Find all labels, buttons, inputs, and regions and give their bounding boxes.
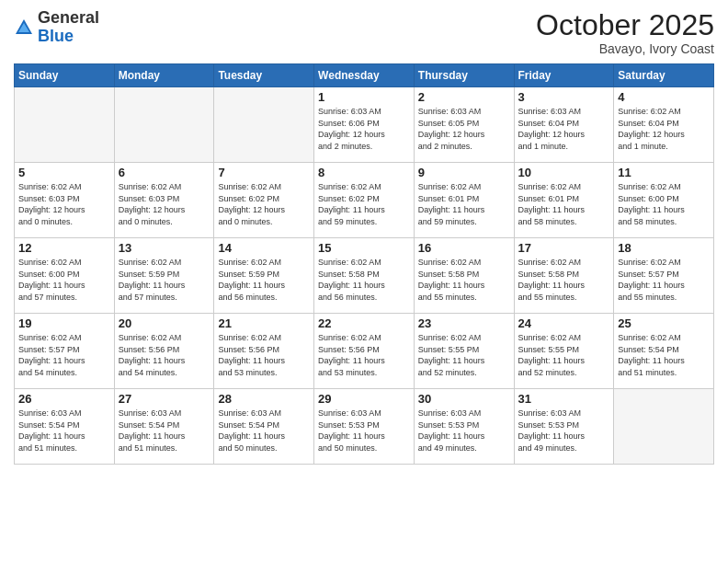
day-info: Sunrise: 6:02 AM Sunset: 6:03 PM Dayligh…	[119, 181, 210, 227]
day-number: 24	[518, 316, 610, 330]
day-info: Sunrise: 6:03 AM Sunset: 5:53 PM Dayligh…	[318, 408, 410, 454]
day-info: Sunrise: 6:03 AM Sunset: 5:53 PM Dayligh…	[418, 408, 510, 454]
page: General Blue October 2025 Bavayo, Ivory …	[0, 0, 728, 563]
day-info: Sunrise: 6:02 AM Sunset: 5:56 PM Dayligh…	[119, 332, 210, 378]
day-number: 29	[318, 392, 410, 406]
calendar-cell: 29Sunrise: 6:03 AM Sunset: 5:53 PM Dayli…	[314, 389, 415, 465]
day-number: 20	[119, 316, 210, 330]
day-info: Sunrise: 6:02 AM Sunset: 5:58 PM Dayligh…	[518, 257, 610, 303]
col-wednesday: Wednesday	[314, 64, 415, 87]
day-info: Sunrise: 6:03 AM Sunset: 5:53 PM Dayligh…	[518, 408, 610, 454]
header: General Blue October 2025 Bavayo, Ivory …	[14, 9, 714, 56]
day-info: Sunrise: 6:03 AM Sunset: 6:04 PM Dayligh…	[518, 106, 610, 152]
calendar-cell: 25Sunrise: 6:02 AM Sunset: 5:54 PM Dayli…	[614, 314, 714, 389]
calendar-cell: 24Sunrise: 6:02 AM Sunset: 5:55 PM Dayli…	[514, 314, 614, 389]
day-info: Sunrise: 6:02 AM Sunset: 6:01 PM Dayligh…	[418, 181, 510, 227]
calendar-cell: 4Sunrise: 6:02 AM Sunset: 6:04 PM Daylig…	[614, 87, 714, 163]
day-number: 19	[18, 316, 110, 330]
calendar-cell: 14Sunrise: 6:02 AM Sunset: 5:59 PM Dayli…	[214, 238, 314, 314]
calendar-cell: 30Sunrise: 6:03 AM Sunset: 5:53 PM Dayli…	[414, 389, 514, 465]
day-number: 6	[119, 166, 210, 179]
day-number: 21	[218, 316, 310, 330]
calendar-cell: 3Sunrise: 6:03 AM Sunset: 6:04 PM Daylig…	[514, 87, 614, 163]
day-number: 28	[218, 392, 310, 406]
day-number: 2	[418, 90, 510, 104]
day-info: Sunrise: 6:02 AM Sunset: 5:54 PM Dayligh…	[618, 332, 710, 378]
col-friday: Friday	[514, 64, 614, 87]
day-number: 7	[218, 166, 310, 179]
day-number: 11	[618, 166, 710, 179]
day-number: 15	[318, 241, 410, 255]
day-number: 16	[418, 241, 510, 255]
header-row: Sunday Monday Tuesday Wednesday Thursday…	[15, 64, 714, 87]
logo-icon	[14, 17, 34, 38]
day-number: 14	[218, 241, 310, 255]
calendar-cell: 17Sunrise: 6:02 AM Sunset: 5:58 PM Dayli…	[514, 238, 614, 314]
day-number: 25	[618, 316, 710, 330]
day-info: Sunrise: 6:02 AM Sunset: 6:01 PM Dayligh…	[518, 181, 610, 227]
day-info: Sunrise: 6:02 AM Sunset: 6:03 PM Dayligh…	[18, 181, 110, 227]
day-number: 12	[18, 241, 110, 255]
calendar-cell: 20Sunrise: 6:02 AM Sunset: 5:56 PM Dayli…	[114, 314, 214, 389]
month-title: October 2025	[536, 9, 714, 41]
day-number: 27	[119, 392, 210, 406]
calendar-cell: 12Sunrise: 6:02 AM Sunset: 6:00 PM Dayli…	[15, 238, 115, 314]
day-info: Sunrise: 6:02 AM Sunset: 5:59 PM Dayligh…	[119, 257, 210, 303]
day-info: Sunrise: 6:02 AM Sunset: 5:57 PM Dayligh…	[618, 257, 710, 303]
calendar-cell: 26Sunrise: 6:03 AM Sunset: 5:54 PM Dayli…	[15, 389, 115, 465]
day-info: Sunrise: 6:03 AM Sunset: 6:05 PM Dayligh…	[418, 106, 510, 152]
day-number: 5	[18, 166, 110, 179]
calendar-cell: 23Sunrise: 6:02 AM Sunset: 5:55 PM Dayli…	[414, 314, 514, 389]
calendar-week-0: 1Sunrise: 6:03 AM Sunset: 6:06 PM Daylig…	[15, 87, 714, 163]
calendar-cell: 28Sunrise: 6:03 AM Sunset: 5:54 PM Dayli…	[214, 389, 314, 465]
calendar-cell	[214, 87, 314, 163]
calendar-cell	[114, 87, 214, 163]
day-number: 3	[518, 90, 610, 104]
col-tuesday: Tuesday	[214, 64, 314, 87]
calendar-cell	[614, 389, 714, 465]
day-info: Sunrise: 6:02 AM Sunset: 5:59 PM Dayligh…	[218, 257, 310, 303]
day-info: Sunrise: 6:03 AM Sunset: 5:54 PM Dayligh…	[18, 408, 110, 454]
day-number: 4	[618, 90, 710, 104]
day-number: 1	[318, 90, 410, 104]
col-sunday: Sunday	[15, 64, 115, 87]
calendar-cell: 8Sunrise: 6:02 AM Sunset: 6:02 PM Daylig…	[314, 163, 415, 238]
location: Bavayo, Ivory Coast	[536, 41, 714, 56]
calendar-cell: 19Sunrise: 6:02 AM Sunset: 5:57 PM Dayli…	[15, 314, 115, 389]
day-number: 30	[418, 392, 510, 406]
day-number: 10	[518, 166, 610, 179]
day-info: Sunrise: 6:02 AM Sunset: 5:55 PM Dayligh…	[418, 332, 510, 378]
day-info: Sunrise: 6:02 AM Sunset: 5:58 PM Dayligh…	[318, 257, 410, 303]
calendar-cell: 27Sunrise: 6:03 AM Sunset: 5:54 PM Dayli…	[114, 389, 214, 465]
day-number: 18	[618, 241, 710, 255]
day-info: Sunrise: 6:02 AM Sunset: 5:56 PM Dayligh…	[218, 332, 310, 378]
calendar-cell: 5Sunrise: 6:02 AM Sunset: 6:03 PM Daylig…	[15, 163, 115, 238]
day-info: Sunrise: 6:03 AM Sunset: 5:54 PM Dayligh…	[119, 408, 210, 454]
calendar-body: 1Sunrise: 6:03 AM Sunset: 6:06 PM Daylig…	[15, 87, 714, 465]
calendar-cell: 18Sunrise: 6:02 AM Sunset: 5:57 PM Dayli…	[614, 238, 714, 314]
calendar-cell: 6Sunrise: 6:02 AM Sunset: 6:03 PM Daylig…	[114, 163, 214, 238]
calendar-header: Sunday Monday Tuesday Wednesday Thursday…	[15, 64, 714, 87]
col-monday: Monday	[114, 64, 214, 87]
day-number: 8	[318, 166, 410, 179]
calendar-cell: 7Sunrise: 6:02 AM Sunset: 6:02 PM Daylig…	[214, 163, 314, 238]
calendar: Sunday Monday Tuesday Wednesday Thursday…	[14, 63, 714, 465]
calendar-week-2: 12Sunrise: 6:02 AM Sunset: 6:00 PM Dayli…	[15, 238, 714, 314]
day-number: 13	[119, 241, 210, 255]
day-info: Sunrise: 6:02 AM Sunset: 5:56 PM Dayligh…	[318, 332, 410, 378]
day-info: Sunrise: 6:02 AM Sunset: 6:02 PM Dayligh…	[318, 181, 410, 227]
calendar-cell: 31Sunrise: 6:03 AM Sunset: 5:53 PM Dayli…	[514, 389, 614, 465]
day-number: 23	[418, 316, 510, 330]
day-number: 26	[18, 392, 110, 406]
day-info: Sunrise: 6:02 AM Sunset: 5:58 PM Dayligh…	[418, 257, 510, 303]
day-info: Sunrise: 6:02 AM Sunset: 5:57 PM Dayligh…	[18, 332, 110, 378]
logo-text: General Blue	[38, 9, 99, 46]
calendar-cell: 21Sunrise: 6:02 AM Sunset: 5:56 PM Dayli…	[214, 314, 314, 389]
calendar-cell: 16Sunrise: 6:02 AM Sunset: 5:58 PM Dayli…	[414, 238, 514, 314]
calendar-cell: 9Sunrise: 6:02 AM Sunset: 6:01 PM Daylig…	[414, 163, 514, 238]
day-number: 31	[518, 392, 610, 406]
day-info: Sunrise: 6:02 AM Sunset: 6:00 PM Dayligh…	[18, 257, 110, 303]
day-info: Sunrise: 6:03 AM Sunset: 5:54 PM Dayligh…	[218, 408, 310, 454]
col-thursday: Thursday	[414, 64, 514, 87]
calendar-week-1: 5Sunrise: 6:02 AM Sunset: 6:03 PM Daylig…	[15, 163, 714, 238]
